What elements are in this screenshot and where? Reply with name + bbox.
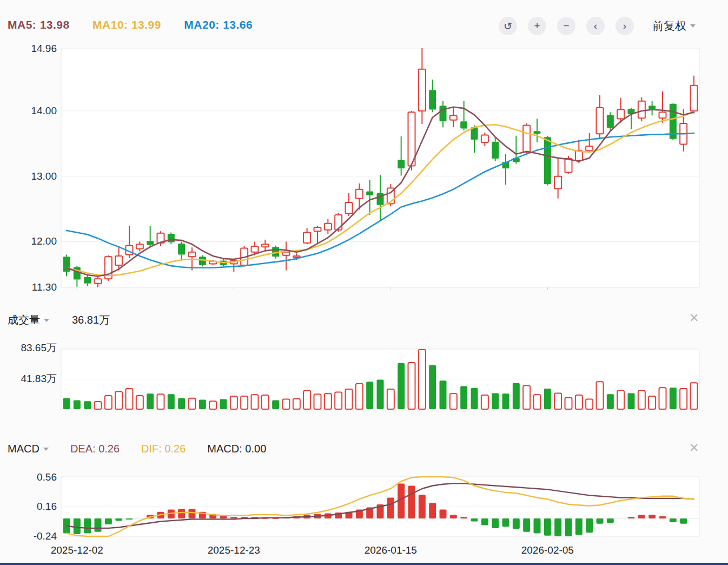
adjust-mode-dropdown[interactable]: 前复权 bbox=[652, 18, 696, 34]
candle-body-down bbox=[178, 244, 185, 255]
candle-body-up bbox=[691, 86, 698, 111]
adjust-mode-label: 前复权 bbox=[652, 18, 686, 34]
candle-body-down bbox=[84, 277, 91, 284]
macd-hist-negative bbox=[670, 518, 677, 522]
price-axis-label: 12.00 bbox=[3, 235, 57, 247]
macd-hist-positive bbox=[189, 509, 196, 518]
macd-hist-negative bbox=[575, 518, 583, 535]
volume-bar-up bbox=[597, 382, 604, 409]
candle-body-up bbox=[346, 202, 353, 214]
volume-bar-down bbox=[628, 393, 635, 409]
volume-close-icon[interactable]: ✕ bbox=[689, 312, 699, 324]
macd-hist-positive bbox=[429, 503, 436, 518]
volume-bar-up bbox=[189, 398, 196, 409]
candle-body-down bbox=[534, 131, 541, 134]
prev-icon[interactable]: ‹ bbox=[586, 17, 605, 35]
candle-body-up bbox=[189, 252, 196, 257]
volume-bar-up bbox=[335, 392, 342, 409]
volume-bar-down bbox=[74, 400, 81, 409]
price-axis-label: 14.00 bbox=[3, 105, 57, 117]
candle-body-down bbox=[460, 121, 467, 128]
candle-body-up bbox=[450, 115, 457, 120]
candle-body-up bbox=[554, 176, 561, 189]
ma5-legend-label: MA5: 13.98 bbox=[8, 18, 70, 31]
volume-bar-up bbox=[408, 363, 415, 409]
candle-body-down bbox=[544, 137, 551, 184]
volume-bar-up bbox=[481, 395, 488, 409]
macd-axis-label: -0.24 bbox=[3, 530, 57, 542]
volume-bar-up bbox=[293, 399, 300, 409]
price-axis-label: 14.96 bbox=[3, 43, 57, 55]
volume-bar-up bbox=[241, 396, 248, 409]
chevron-down-icon bbox=[690, 24, 696, 28]
volume-bar-up bbox=[325, 393, 332, 409]
zoom-out-icon[interactable]: − bbox=[557, 17, 575, 35]
macd-value-label: MACD: 0.00 bbox=[207, 443, 266, 455]
macd-hist-negative bbox=[115, 518, 122, 521]
volume-bar-down bbox=[492, 393, 499, 409]
volume-bar-down bbox=[607, 394, 614, 409]
macd-hist-negative bbox=[513, 518, 520, 529]
volume-bar-up bbox=[565, 398, 572, 409]
macd-hist-negative bbox=[492, 518, 499, 528]
macd-hist-negative bbox=[544, 518, 551, 536]
volume-bar-down bbox=[272, 400, 279, 409]
macd-hist-positive bbox=[419, 495, 426, 518]
volume-bar-up bbox=[230, 396, 237, 409]
dif-value-label: DIF: 0.26 bbox=[141, 443, 186, 455]
volume-bar-down bbox=[84, 401, 91, 409]
candle-body-up bbox=[617, 110, 624, 119]
volume-bar-down bbox=[471, 388, 478, 409]
macd-hist-positive bbox=[408, 486, 415, 519]
macd-pane-header: MACD DEA: 0.26 DIF: 0.26 MACD: 0.00 bbox=[8, 443, 266, 455]
ma20-legend-label: MA20: 13.66 bbox=[184, 18, 253, 31]
next-icon[interactable]: › bbox=[616, 17, 634, 35]
volume-bar-up bbox=[534, 395, 541, 409]
candle-body-up bbox=[293, 256, 300, 257]
volume-bar-down bbox=[544, 389, 551, 409]
volume-bar-up bbox=[314, 394, 321, 409]
undo-icon[interactable]: ↺ bbox=[499, 17, 517, 35]
macd-hist-positive bbox=[659, 516, 666, 518]
date-axis-label: 2025-12-23 bbox=[208, 544, 260, 556]
zoom-in-icon[interactable]: + bbox=[528, 17, 546, 35]
volume-bar-up bbox=[346, 389, 353, 409]
volume-bar-down bbox=[63, 398, 70, 409]
macd-hist-negative bbox=[680, 518, 687, 524]
volume-bar-up bbox=[252, 395, 259, 409]
volume-title[interactable]: 成交量 bbox=[8, 313, 40, 327]
candle-body-up bbox=[252, 246, 259, 252]
volume-bar-down bbox=[147, 393, 154, 409]
ma10-legend-label: MA10: 13.99 bbox=[92, 18, 161, 31]
volume-bar-up bbox=[617, 391, 624, 409]
volume-bar-down bbox=[460, 386, 467, 409]
macd-close-icon[interactable]: ✕ bbox=[689, 442, 699, 454]
volume-axis-label: 83.65万 bbox=[3, 341, 57, 355]
macd-hist-negative bbox=[586, 518, 593, 533]
volume-bar-up bbox=[105, 396, 112, 409]
volume-bar-up bbox=[209, 401, 216, 409]
volume-bar-up bbox=[303, 391, 310, 409]
candle-body-down bbox=[492, 142, 499, 159]
macd-hist-negative bbox=[95, 518, 102, 532]
volume-bar-up bbox=[387, 389, 394, 409]
candle-body-up bbox=[136, 244, 143, 248]
volume-bar-down bbox=[178, 398, 185, 409]
candle-body-up bbox=[638, 101, 645, 118]
date-axis-label: 2026-01-15 bbox=[365, 544, 417, 556]
volume-bar-up bbox=[523, 385, 530, 409]
macd-title[interactable]: MACD bbox=[8, 443, 39, 455]
candle-body-up bbox=[419, 69, 426, 111]
volume-bar-up bbox=[586, 399, 593, 409]
window-bottom-edge bbox=[0, 563, 728, 565]
candle-body-up bbox=[314, 227, 321, 231]
volume-pane-header: 成交量 36.81万 bbox=[8, 313, 110, 327]
volume-bar-up bbox=[648, 396, 656, 409]
macd-hist-positive bbox=[460, 517, 467, 518]
candle-body-up bbox=[565, 159, 572, 172]
macd-hist-positive bbox=[648, 515, 656, 518]
macd-hist-negative bbox=[74, 518, 81, 534]
macd-hist-negative bbox=[481, 518, 488, 525]
chart-canvas[interactable] bbox=[0, 0, 728, 565]
volume-bar-up bbox=[283, 399, 290, 409]
